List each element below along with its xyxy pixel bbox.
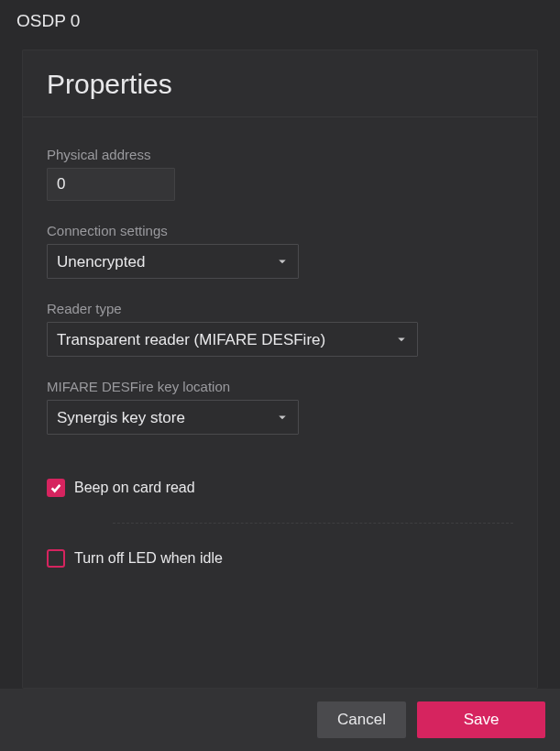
- reader-type-label: Reader type: [47, 301, 513, 316]
- physical-address-input[interactable]: [47, 168, 175, 201]
- cancel-button[interactable]: Cancel: [317, 701, 406, 738]
- key-location-label: MIFARE DESFire key location: [47, 379, 513, 394]
- physical-address-label: Physical address: [47, 147, 513, 162]
- dialog-footer: Cancel Save: [0, 689, 560, 751]
- checkmark-icon: [49, 481, 62, 494]
- reader-type-select[interactable]: Transparent reader (MIFARE DESFire): [47, 322, 418, 357]
- divider: [113, 523, 513, 524]
- beep-on-card-read-label[interactable]: Beep on card read: [74, 480, 195, 496]
- key-location-select[interactable]: Synergis key store: [47, 400, 299, 435]
- dialog-title: OSDP 0: [16, 11, 80, 30]
- panel-title: Properties: [23, 50, 537, 117]
- connection-settings-label: Connection settings: [47, 223, 513, 238]
- properties-panel: Properties Physical address Connection s…: [22, 50, 538, 689]
- turn-off-led-checkbox[interactable]: [47, 549, 65, 568]
- beep-on-card-read-checkbox[interactable]: [47, 479, 65, 497]
- connection-settings-select[interactable]: Unencrypted: [47, 244, 299, 279]
- save-button[interactable]: Save: [417, 701, 545, 738]
- turn-off-led-label[interactable]: Turn off LED when idle: [74, 550, 223, 567]
